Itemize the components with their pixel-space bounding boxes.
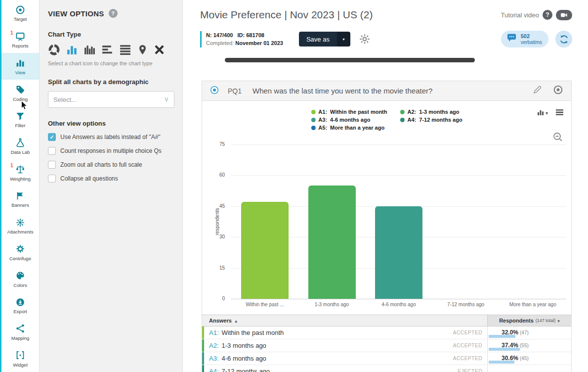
sidebar-item-reports[interactable]: 1 Reports	[1, 27, 39, 53]
sidebar-item-data-lab[interactable]: Data Lab	[1, 133, 39, 160]
x-tick-label: 7-12 months ago	[432, 302, 500, 307]
map-pin-icon[interactable]	[137, 44, 148, 56]
answer-code: A2:	[209, 342, 219, 349]
close-x-icon[interactable]	[154, 44, 165, 55]
sidebar-item-centrifuge[interactable]: Centrifuge	[1, 239, 39, 266]
sidebar-item-view[interactable]: View	[1, 53, 39, 80]
sidebar-item-label: Widget	[13, 362, 28, 368]
refresh-button[interactable]	[555, 31, 572, 47]
edit-pencil-icon[interactable]	[533, 85, 542, 96]
save-as-button[interactable]: Save as	[299, 32, 337, 46]
tutorial-video[interactable]: Tutorial video	[501, 10, 572, 20]
checkbox-icon[interactable]	[48, 175, 56, 183]
bar-chart-icon[interactable]	[66, 44, 78, 56]
sidebar-item-banners[interactable]: Banners	[1, 186, 39, 213]
verbatims-button[interactable]: 502 verbatims	[501, 31, 548, 47]
pie-chart-icon[interactable]	[48, 44, 60, 56]
answers-column-header[interactable]: Answers	[202, 315, 487, 326]
verbatims-count: 502	[521, 33, 542, 40]
view-icon	[15, 58, 25, 68]
legend-item: A2:1-3 months ago	[400, 109, 462, 115]
n-label: N:	[206, 32, 212, 38]
histogram-icon[interactable]	[84, 44, 96, 56]
run-info: N: 147/400 ID: 681708 Completed: Novembe…	[200, 31, 283, 47]
tutorial-video-label[interactable]: Tutorial video	[501, 11, 539, 19]
sidebar-item-widget[interactable]: Widget	[1, 345, 39, 372]
checkbox-collapse-questions[interactable]: Collapse all questions	[48, 175, 174, 183]
legend-code: A5:	[318, 125, 327, 131]
video-camera-icon[interactable]	[556, 10, 572, 20]
page-title: Movie Preference | Nov 2023 | US (2)	[200, 9, 373, 21]
banner-flag-icon	[15, 190, 25, 201]
checkbox-label: Use Answers as labels instead of "A#"	[60, 134, 161, 140]
respondent-count: (47)	[520, 330, 529, 335]
zoom-out-icon[interactable]	[552, 132, 563, 144]
checkbox-answers-as-labels[interactable]: Use Answers as labels instead of "A#"	[48, 133, 174, 141]
answers-table: Answers Respondents (147 total) A1: With…	[202, 315, 571, 372]
sidebar-item-mapping[interactable]: Mapping	[1, 319, 39, 346]
id-value: 681708	[246, 32, 264, 38]
table-row[interactable]: A3: 4-6 months ago ACCEPTED 30.6%(45)	[202, 352, 571, 365]
hbar-justified-icon[interactable]	[119, 44, 131, 56]
palette-icon	[15, 271, 25, 281]
checkbox-icon[interactable]	[48, 147, 56, 155]
tag-icon	[15, 85, 25, 95]
respondents-column-header[interactable]: Respondents (147 total)	[487, 315, 571, 326]
chart-area: A1:Within the past month A2:1-3 months a…	[202, 101, 571, 315]
table-row[interactable]: A2: 1-3 months ago ACCEPTED 37.4%(55)	[202, 339, 571, 352]
help-question-icon[interactable]	[543, 10, 552, 20]
hbar-left-icon[interactable]	[101, 44, 114, 56]
help-icon[interactable]	[109, 9, 118, 18]
respondents-total: (147 total)	[536, 318, 556, 323]
chart-menu-hamburger[interactable]	[555, 108, 564, 116]
sidebar-item-colors[interactable]: Colors	[1, 266, 39, 292]
sidebar-item-coding[interactable]: Coding	[1, 80, 39, 106]
bar-within-past-month[interactable]	[241, 202, 289, 299]
x-axis-line	[231, 299, 566, 299]
save-as-split-button[interactable]: Save as	[299, 32, 350, 46]
main-area: Movie Preference | Nov 2023 | US (2) Tut…	[183, 0, 588, 372]
horizontal-scrollbar-thumb[interactable]	[225, 58, 475, 62]
question-card: PQ1 When was the last time you went to t…	[202, 81, 572, 372]
answer-color-strip	[202, 365, 204, 372]
panel-title: VIEW OPTIONS	[48, 9, 104, 18]
sidebar-item-attachments[interactable]: Attachments	[1, 213, 39, 239]
bar-4-6-months[interactable]	[375, 206, 422, 299]
legend-label: Within the past month	[330, 109, 387, 115]
bar-1-3-months[interactable]	[308, 186, 356, 299]
n-value: 147/400	[213, 32, 233, 38]
chart-type-hint: Select a chart icon to change the chart …	[48, 60, 174, 66]
answer-label: 1-3 months ago	[222, 342, 453, 349]
legend-code: A4:	[407, 117, 416, 123]
legend-item: A4:7-12 months ago	[400, 117, 462, 123]
checkbox-count-responses[interactable]: Count responses in multiple choice Qs	[48, 147, 174, 155]
select-placeholder: Select...	[53, 96, 77, 103]
sidebar-item-label: Banners	[11, 202, 29, 208]
target-icon	[15, 4, 25, 15]
question-radio-icon[interactable]	[210, 86, 219, 96]
chevron-down-icon	[164, 95, 169, 103]
checkbox-zoom-out-charts[interactable]: Zoom out all charts to full scale	[48, 161, 174, 169]
respondents-cell: 30.6%(45)	[487, 352, 571, 365]
demographic-select[interactable]: Select...	[48, 91, 174, 108]
sidebar-item-label: View	[15, 70, 25, 75]
checkbox-icon[interactable]	[48, 161, 56, 169]
table-row[interactable]: A1: Within the past month ACCEPTED 32.0%…	[202, 326, 571, 339]
chevron-down-icon	[557, 318, 560, 324]
legend-dot	[400, 118, 404, 122]
y-tick: 75	[202, 141, 225, 147]
sidebar-item-filter[interactable]: Filter	[1, 106, 39, 133]
sidebar-item-weighting[interactable]: 1 Weighting	[1, 159, 39, 186]
flask-icon	[15, 138, 25, 148]
chart-type-dropdown[interactable]	[537, 108, 548, 117]
table-row[interactable]: A4: 7-12 months ago EJECTED	[202, 365, 571, 372]
sidebar-item-target[interactable]: Target	[1, 0, 39, 27]
settings-gear-icon[interactable]	[359, 33, 371, 45]
sidebar-item-label: Weighting	[10, 176, 31, 182]
answer-code: A4:	[209, 368, 219, 372]
checkbox-icon[interactable]	[48, 133, 56, 141]
sidebar-item-export[interactable]: Export	[1, 292, 39, 319]
collapse-circle-icon[interactable]	[553, 85, 563, 97]
sidebar-item-label: Centrifuge	[9, 256, 31, 261]
save-as-dropdown-caret[interactable]	[337, 32, 350, 46]
